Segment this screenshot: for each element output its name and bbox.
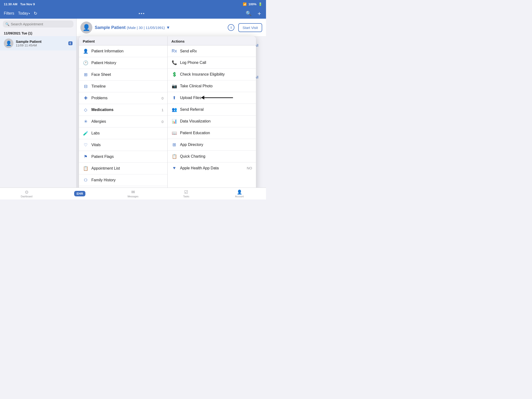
sidebar: 🔍 11/09/2021 Tue (1) 👤 Sample Patient 11…: [0, 19, 76, 188]
tab-account[interactable]: 👤 Account: [213, 189, 266, 199]
phone-icon: 📞: [171, 60, 177, 65]
search-input[interactable]: [11, 22, 71, 26]
menu-badge-apple-health: NO: [247, 166, 252, 170]
menu-item-allergies[interactable]: ✳Allergies0: [79, 116, 167, 127]
patient-header-right: i Start Visit: [228, 23, 262, 32]
menu-item-check-insurance[interactable]: 💲Check Insurance Eligibility: [168, 69, 256, 80]
ehr-button[interactable]: EHR: [74, 191, 85, 196]
menu-label-data-visualization: Data Visualization: [180, 119, 252, 123]
apt-name: Sample Patient: [16, 39, 66, 44]
menu-label-quick-charting: Quick Charting: [180, 154, 252, 158]
apt-info: Sample Patient 11/09 11:45AM: [16, 39, 66, 47]
menu-item-log-phone-call[interactable]: 📞Log Phone Call: [168, 57, 256, 69]
menu-item-problems[interactable]: ✚Problems0: [79, 92, 167, 104]
menu-label-send-erx: Send eRx: [180, 49, 252, 53]
menu-item-send-erx[interactable]: RxSend eRx: [168, 45, 256, 57]
apps-icon: ⊞: [171, 142, 177, 147]
menu-label-patient-history: Patient History: [91, 61, 164, 65]
filters-button[interactable]: Filters: [4, 11, 14, 16]
calendar-icon: 📋: [83, 166, 89, 171]
patient-name-area: Sample Patient (Male | 30 | 11/05/1991) …: [95, 25, 169, 30]
avatar: 👤: [4, 38, 13, 48]
menu-item-patient-flags[interactable]: ⚑Patient Flags: [79, 151, 167, 163]
tasks-icon: ☑: [184, 190, 188, 195]
menu-badge-medications: 1: [161, 108, 163, 112]
main-layout: 🔍 11/09/2021 Tue (1) 👤 Sample Patient 11…: [0, 19, 266, 188]
tab-bar: ⊙ Dashboard EHR ✉ Messages ☑ Tasks 👤 Acc…: [0, 188, 266, 200]
appointment-item[interactable]: 👤 Sample Patient 11/09 11:45AM E: [0, 36, 76, 51]
book-icon: 📖: [171, 130, 177, 136]
time-display: 11:30 AM: [4, 2, 18, 6]
chevron-down-icon: ▾: [167, 25, 169, 30]
nav-bar-left: Filters Today ▾ ↻: [4, 11, 37, 16]
menu-label-timeline: Timeline: [91, 84, 164, 89]
menu-label-patient-flags: Patient Flags: [91, 155, 164, 159]
search-icon: 🔍: [5, 22, 9, 26]
search-icon[interactable]: 🔍: [246, 11, 252, 16]
apt-badge: E: [68, 41, 72, 45]
menu-item-quick-charting[interactable]: 📋Quick Charting: [168, 151, 256, 162]
menu-label-family-history: Family History: [91, 178, 164, 182]
menu-item-take-photo[interactable]: 📷Take Clinical Photo: [168, 80, 256, 92]
menu-item-patient-information[interactable]: 👤Patient Information: [79, 45, 167, 57]
menu-label-send-referral: Send Referral: [180, 108, 252, 112]
menu-badge-problems: 0: [161, 96, 163, 100]
menu-item-appointment-list[interactable]: 📋Appointment List: [79, 163, 167, 174]
rx-icon: Rx: [171, 49, 177, 54]
asterisk-icon: ✳: [83, 119, 89, 124]
start-visit-button[interactable]: Start Visit: [238, 23, 262, 32]
menu-item-data-visualization[interactable]: 📊Data Visualization: [168, 115, 256, 127]
dollar-icon: 💲: [171, 72, 177, 77]
dropdown-body: 👤Patient Information🕐Patient History⊞Fac…: [79, 45, 256, 188]
actions-column: RxSend eRx📞Log Phone Call💲Check Insuranc…: [168, 45, 256, 188]
date-display: Tue Nov 9: [20, 2, 35, 6]
patient-avatar: 👤: [80, 22, 92, 33]
menu-item-patient-history[interactable]: 🕐Patient History: [79, 57, 167, 69]
menu-item-app-directory[interactable]: ⊞App Directory: [168, 139, 256, 151]
menu-label-allergies: Allergies: [91, 119, 158, 124]
nav-bar-right: 🔍 ＋: [246, 10, 262, 17]
refresh-icon[interactable]: ↻: [34, 11, 37, 16]
tab-dashboard[interactable]: ⊙ Dashboard: [0, 189, 53, 199]
camera-icon: 📷: [171, 83, 177, 89]
tab-ehr[interactable]: EHR: [53, 190, 106, 197]
menu-item-labs[interactable]: 🧪Labs: [79, 127, 167, 139]
menu-item-vitals[interactable]: ♡Vitals: [79, 139, 167, 151]
menu-item-medications[interactable]: ◇Medications1: [79, 104, 167, 116]
info-icon[interactable]: i: [228, 24, 234, 31]
wifi-icon: 📶: [243, 2, 247, 6]
status-bar-right: 📶 100% 🔋: [243, 2, 262, 6]
family-icon: ⚇: [83, 177, 89, 183]
account-icon: 👤: [237, 190, 242, 195]
add-icon[interactable]: ＋: [256, 10, 262, 17]
menu-label-patient-information: Patient Information: [91, 49, 164, 53]
menu-item-timeline[interactable]: ⊟Timeline: [79, 81, 167, 92]
menu-item-send-referral[interactable]: 👥Send Referral: [168, 104, 256, 115]
person-icon: 👤: [6, 40, 12, 46]
date-header: 11/09/2021 Tue (1): [0, 29, 76, 36]
menu-label-check-insurance: Check Insurance Eligibility: [180, 72, 252, 76]
menu-item-family-history[interactable]: ⚇Family History: [79, 174, 167, 186]
today-button[interactable]: Today ▾: [18, 11, 30, 16]
menu-item-growth-charts[interactable]: 📈Growth Charts: [79, 186, 167, 188]
menu-label-face-sheet: Face Sheet: [91, 72, 164, 77]
patient-column: 👤Patient Information🕐Patient History⊞Fac…: [79, 45, 168, 188]
menu-item-apple-health[interactable]: ♥Apple Health App DataNO: [168, 162, 256, 174]
tab-tasks[interactable]: ☑ Tasks: [159, 189, 213, 199]
flag-icon: ⚑: [83, 154, 89, 159]
search-bar: 🔍: [3, 21, 73, 27]
menu-item-face-sheet[interactable]: ⊞Face Sheet: [79, 69, 167, 81]
menu-badge-allergies: 0: [161, 120, 163, 124]
patient-col-header: Patient: [79, 36, 168, 45]
tab-messages[interactable]: ✉ Messages: [107, 189, 159, 199]
battery-display: 100%: [248, 2, 256, 6]
chevron-down-icon: ▾: [29, 12, 30, 15]
person-icon: 👤: [83, 49, 89, 54]
actions-col-header: Actions: [168, 36, 256, 45]
flask-icon: 🧪: [83, 131, 89, 136]
menu-label-labs: Labs: [91, 131, 164, 135]
referral-icon: 👥: [171, 107, 177, 112]
menu-item-patient-education[interactable]: 📖Patient Education: [168, 127, 256, 139]
menu-label-take-photo: Take Clinical Photo: [180, 84, 252, 88]
patient-header-left: 👤 Sample Patient (Male | 30 | 11/05/1991…: [80, 22, 169, 33]
